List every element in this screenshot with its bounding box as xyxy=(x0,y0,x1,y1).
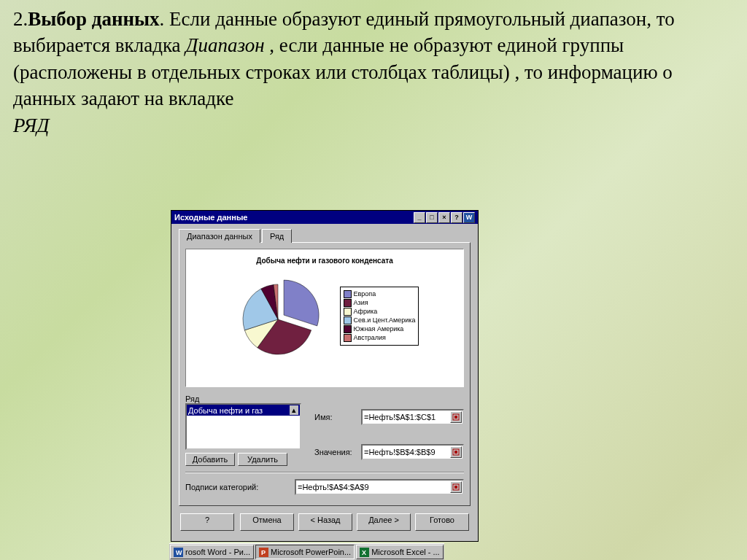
svg-text:P: P xyxy=(261,549,266,556)
svg-rect-3 xyxy=(454,451,457,454)
series-list-label: Ряд xyxy=(185,394,199,403)
chart-preview: Добыча нефти и газового конденсата Европ… xyxy=(185,249,464,387)
name-input-value: =Нефть!$A$1:$C$1 xyxy=(364,413,436,421)
back-button[interactable]: < Назад xyxy=(298,513,352,531)
category-labels-label: Подписи категорий: xyxy=(185,483,295,491)
legend-swatch xyxy=(344,308,352,316)
svg-text:W: W xyxy=(176,549,182,556)
taskbar-ppt-label: Microsoft PowerPoin... xyxy=(271,548,351,556)
maximize-icon[interactable]: □ xyxy=(426,212,438,223)
svg-text:X: X xyxy=(362,549,366,556)
item-number: 2. xyxy=(13,8,28,30)
legend-swatch xyxy=(344,299,352,307)
legend-item: Азия xyxy=(344,299,416,307)
tab-series[interactable]: Ряд xyxy=(262,229,292,243)
legend-item: Австралия xyxy=(344,334,416,342)
taskbar-word-label: rosoft Word - Ри... xyxy=(185,548,250,556)
minimize-icon[interactable]: _ xyxy=(414,212,425,223)
wizard-help-button[interactable]: ? xyxy=(180,513,234,531)
word-icon[interactable]: W xyxy=(463,212,475,223)
svg-rect-1 xyxy=(454,416,457,419)
taskbar-excel[interactable]: X Microsoft Excel - ... xyxy=(356,545,444,559)
legend-item: Южная Америка xyxy=(344,325,416,333)
legend-item: Европа xyxy=(344,290,416,298)
range-picker-icon[interactable] xyxy=(450,411,462,423)
category-labels-input[interactable]: =Нефть!$A$4:$A$9 xyxy=(295,479,464,495)
series-listbox[interactable]: Добыча нефти и газ ▴ xyxy=(185,403,301,450)
excel-app-icon: X xyxy=(360,548,369,557)
scrollbar-up-icon[interactable]: ▴ xyxy=(290,405,298,415)
legend-swatch xyxy=(344,334,352,342)
chart-title: Добыча нефти и газового конденсата xyxy=(189,257,460,265)
category-labels-value: =Нефть!$A$4:$A$9 xyxy=(298,483,369,491)
legend-item: Сев.и Цент.Америка xyxy=(344,316,416,324)
italic-diapazon: Диапазон xyxy=(185,34,264,56)
dialog-titlebar[interactable]: Исходные данные _ □ × ? W xyxy=(171,211,478,224)
values-label: Значения: xyxy=(314,448,361,456)
legend-swatch xyxy=(344,290,352,298)
next-button[interactable]: Далее > xyxy=(357,513,411,531)
legend-swatch xyxy=(344,325,352,333)
legend-label: Азия xyxy=(354,299,368,306)
taskbar-word[interactable]: W rosoft Word - Ри... xyxy=(170,545,254,559)
source-data-dialog: Исходные данные _ □ × ? W Диапазон данны… xyxy=(171,210,479,542)
series-item-text: Добыча нефти и газ xyxy=(188,406,263,415)
pie-chart xyxy=(231,272,325,359)
cancel-button[interactable]: Отмена xyxy=(240,513,294,531)
dialog-title: Исходные данные xyxy=(174,213,247,222)
close-icon[interactable]: × xyxy=(438,212,450,223)
legend-label: Африка xyxy=(354,308,378,315)
powerpoint-app-icon: P xyxy=(259,548,268,557)
name-input[interactable]: =Нефть!$A$1:$C$1 xyxy=(361,409,464,425)
legend-label: Австралия xyxy=(354,334,386,341)
range-picker-icon[interactable] xyxy=(450,481,462,493)
item-title: Выбор данных xyxy=(28,8,159,30)
slide-paragraph: 2.Выбор данных. Если данные образуют еди… xyxy=(0,0,747,139)
legend-item: Африка xyxy=(344,308,416,316)
taskbar-excel-label: Microsoft Excel - ... xyxy=(371,548,440,556)
series-list-item[interactable]: Добыча нефти и газ ▴ xyxy=(187,405,300,416)
italic-ryad: РЯД xyxy=(13,114,49,136)
range-picker-icon[interactable] xyxy=(450,446,462,458)
svg-rect-5 xyxy=(454,486,457,489)
finish-button[interactable]: Готово xyxy=(415,513,469,531)
legend-label: Сев.и Цент.Америка xyxy=(354,316,416,324)
legend-label: Южная Америка xyxy=(354,325,404,332)
wizard-buttons: ? Отмена < Назад Далее > Готово xyxy=(179,513,471,534)
add-series-button[interactable]: Добавить xyxy=(185,453,235,466)
name-label: Имя: xyxy=(314,413,361,421)
tab-panel-series: Добыча нефти и газового конденсата Европ… xyxy=(179,242,471,506)
legend-label: Европа xyxy=(354,290,376,298)
legend-swatch xyxy=(344,316,352,324)
delete-series-button[interactable]: Удалить xyxy=(238,453,287,466)
help-icon[interactable]: ? xyxy=(451,212,462,223)
taskbar: W rosoft Word - Ри... P Microsoft PowerP… xyxy=(169,543,444,560)
values-input-value: =Нефть!$B$4:$B$9 xyxy=(364,448,436,456)
values-input[interactable]: =Нефть!$B$4:$B$9 xyxy=(361,444,464,460)
word-app-icon: W xyxy=(174,548,183,557)
chart-legend: ЕвропаАзияАфрикаСев.и Цент.АмерикаЮжная … xyxy=(340,287,419,346)
tab-range[interactable]: Диапазон данных xyxy=(179,229,260,243)
dialog-tabs: Диапазон данных Ряд xyxy=(179,228,471,242)
taskbar-powerpoint[interactable]: P Microsoft PowerPoin... xyxy=(255,545,355,559)
